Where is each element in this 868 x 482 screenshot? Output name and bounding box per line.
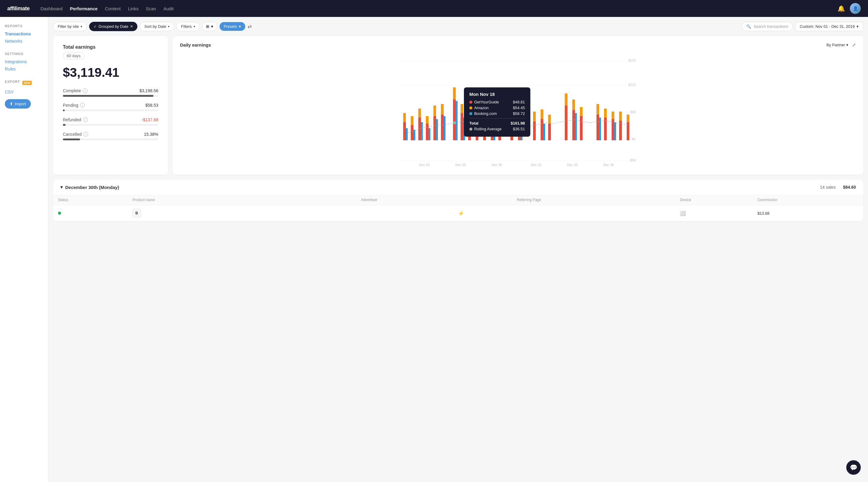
rolling-dot bbox=[453, 121, 456, 124]
adjust-icon[interactable]: ⇄ bbox=[248, 24, 252, 29]
bar bbox=[441, 104, 444, 115]
tooltip-date: Mon Nov 18 bbox=[469, 92, 525, 97]
bar-nov18-booking[interactable] bbox=[456, 101, 458, 140]
bar bbox=[572, 110, 575, 140]
logo[interactable]: affilimate bbox=[7, 5, 30, 12]
commission-cell: $13.88 bbox=[753, 205, 863, 221]
complete-bar bbox=[63, 95, 153, 97]
tooltip-getyourguide: GetYourGuide $48.81 bbox=[469, 100, 525, 104]
filters-button[interactable]: Filters ▾ bbox=[176, 22, 199, 31]
nav-scan[interactable]: Scan bbox=[146, 6, 156, 11]
close-icon[interactable]: ✕ bbox=[130, 25, 133, 28]
sidebar-export-title: EXPORT bbox=[5, 80, 20, 83]
cancelled-bar bbox=[63, 139, 80, 140]
sidebar-item-rules[interactable]: Rules bbox=[5, 65, 43, 73]
nav-right: 🔔 👤 bbox=[837, 3, 861, 14]
bar bbox=[612, 112, 614, 119]
bar bbox=[575, 113, 577, 140]
bar bbox=[548, 115, 551, 124]
days-badge: 60 days bbox=[63, 52, 85, 59]
grouped-by-date-label: Grouped by Date bbox=[98, 24, 128, 29]
nav-content[interactable]: Content bbox=[105, 6, 121, 11]
columns-button[interactable]: ⊞ ▾ bbox=[202, 22, 217, 31]
col-empty5 bbox=[639, 195, 675, 205]
col-status: Status bbox=[53, 195, 128, 205]
rolling-dot-legend bbox=[469, 127, 472, 131]
bar bbox=[426, 124, 429, 140]
transactions-meta: 14 sales $84.60 bbox=[820, 185, 856, 190]
bar bbox=[604, 118, 607, 140]
import-button[interactable]: ⬆ Import bbox=[5, 99, 31, 109]
main-content: Filter by site ▾ ✓ Grouped by Date ✕ Sor… bbox=[48, 17, 868, 226]
date-range-button[interactable]: Custom: Nov 01 - Dec 31, 2019 ▾ bbox=[795, 22, 863, 31]
import-label: Import bbox=[15, 102, 26, 106]
export-header: EXPORT NEW bbox=[5, 80, 43, 86]
sidebar-item-integrations[interactable]: Integrations bbox=[5, 58, 43, 65]
nav-audit[interactable]: Audit bbox=[163, 6, 174, 11]
bar-nov18-amazon[interactable] bbox=[453, 87, 456, 100]
col-product: Product name bbox=[128, 195, 248, 205]
chart-card: Daily earnings By Partner ▾ ⤢ $170 $115 … bbox=[173, 36, 863, 175]
sort-by-date-button[interactable]: Sort by Date ▾ bbox=[140, 22, 174, 31]
bar bbox=[596, 115, 599, 140]
chart-controls: By Partner ▾ ⤢ bbox=[827, 42, 856, 48]
notifications-icon[interactable]: 🔔 bbox=[837, 5, 845, 12]
col-empty3 bbox=[320, 195, 356, 205]
refunded-progress bbox=[63, 124, 158, 126]
complete-progress bbox=[63, 95, 158, 97]
filters-label: Filters bbox=[181, 24, 191, 29]
bar bbox=[413, 130, 415, 140]
x-label-nov10: Nov 10 bbox=[419, 163, 430, 167]
info-icon[interactable]: i bbox=[83, 88, 88, 93]
sidebar: REPORTS Transactions Networks SETTINGS I… bbox=[0, 17, 48, 226]
presets-button[interactable]: Presets ▾ bbox=[220, 22, 245, 31]
product-icon: B bbox=[132, 209, 141, 218]
device-cell: ⬜ bbox=[675, 205, 753, 221]
info-icon[interactable]: i bbox=[83, 117, 88, 122]
bar bbox=[403, 122, 406, 140]
table-row: B ⚡ ⬜ $1 bbox=[53, 205, 863, 221]
info-icon[interactable]: i bbox=[80, 103, 85, 108]
empty-cell bbox=[284, 205, 320, 221]
by-partner-button[interactable]: By Partner ▾ bbox=[827, 42, 848, 47]
stat-row-refunded: Refunded i -$137.68 bbox=[63, 117, 158, 122]
bar bbox=[614, 122, 616, 140]
expand-icon[interactable]: ⤢ bbox=[852, 42, 856, 48]
grouped-by-date-button[interactable]: ✓ Grouped by Date ✕ bbox=[89, 22, 137, 31]
top-navigation: affilimate Dashboard Performance Content… bbox=[0, 0, 868, 17]
search-box[interactable]: 🔍 Search transactions bbox=[742, 22, 793, 31]
nav-performance[interactable]: Performance bbox=[70, 6, 98, 11]
stat-row-pending: Pending i $58.53 bbox=[63, 103, 158, 108]
sidebar-item-transactions[interactable]: Transactions bbox=[5, 30, 43, 37]
bar bbox=[411, 116, 413, 125]
transactions-section: ▾ December 30th (Monday) 14 sales $84.60… bbox=[53, 180, 863, 221]
sidebar-item-csv[interactable]: CSV bbox=[5, 88, 43, 95]
tooltip-amazon: Amazon $54.45 bbox=[469, 106, 525, 110]
getyourguide-label: GetYourGuide bbox=[474, 100, 499, 104]
chevron-down-icon: ▾ bbox=[211, 24, 213, 29]
nav-dashboard[interactable]: Dashboard bbox=[40, 6, 63, 11]
total-value: $161.98 bbox=[511, 121, 525, 125]
bar-nov18-getyourguide[interactable] bbox=[453, 100, 456, 140]
tooltip-booking: Booking.com $58.72 bbox=[469, 111, 525, 116]
bar bbox=[540, 110, 543, 119]
refunded-bar bbox=[63, 124, 65, 126]
chevron-down-icon: ▾ bbox=[846, 42, 848, 47]
bar bbox=[565, 93, 567, 106]
upload-icon: ⬆ bbox=[10, 102, 13, 106]
empty-cell-2 bbox=[320, 205, 356, 221]
filter-by-site-button[interactable]: Filter by site ▾ bbox=[53, 22, 87, 31]
chevron-down-icon: ▾ bbox=[81, 25, 82, 28]
info-icon[interactable]: i bbox=[83, 132, 88, 137]
bar bbox=[572, 100, 575, 110]
booking-dot bbox=[469, 112, 472, 115]
bar bbox=[580, 116, 583, 140]
sidebar-item-networks[interactable]: Networks bbox=[5, 37, 43, 45]
col-empty4 bbox=[453, 195, 512, 205]
y-label-5: $5 bbox=[632, 137, 636, 141]
nav-links-item[interactable]: Links bbox=[128, 6, 138, 11]
booking-label: Booking.com bbox=[474, 111, 497, 116]
transactions-group-header[interactable]: ▾ December 30th (Monday) 14 sales $84.60 bbox=[53, 180, 863, 195]
total-amount: $3,119.41 bbox=[63, 65, 158, 80]
avatar[interactable]: 👤 bbox=[850, 3, 861, 14]
